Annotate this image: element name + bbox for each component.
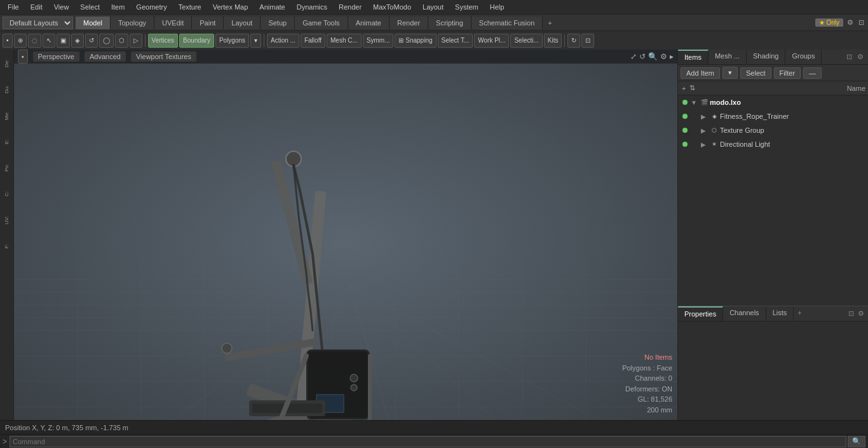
menu-geometry[interactable]: Geometry bbox=[131, 2, 172, 12]
menu-dynamics[interactable]: Dynamics bbox=[292, 2, 332, 12]
menu-render[interactable]: Render bbox=[334, 2, 367, 12]
tool-select-t[interactable]: Select T... bbox=[438, 34, 473, 48]
tool-polygons[interactable]: Polygons bbox=[215, 34, 249, 48]
tool-loop[interactable]: ↺ bbox=[85, 34, 98, 48]
item-row-fitness[interactable]: ▶ ◈ Fitness_Rope_Trainer bbox=[678, 109, 868, 123]
tool-world[interactable]: ⊕ bbox=[14, 34, 27, 48]
item-row-texture[interactable]: ▶ ⬡ Texture Group bbox=[678, 123, 868, 137]
tab-lists[interactable]: Lists bbox=[766, 306, 794, 321]
tool-vertices[interactable]: Vertices bbox=[148, 34, 179, 48]
item-vis-modo[interactable] bbox=[681, 98, 689, 107]
viewport[interactable]: • Perspective Advanced Viewport Textures… bbox=[14, 50, 677, 420]
filter-button[interactable]: Filter bbox=[774, 67, 801, 79]
tool-work-pl[interactable]: Work Pl... bbox=[474, 34, 509, 48]
left-tool-me[interactable]: Me: bbox=[0, 103, 13, 128]
viewport-tool-arrows[interactable]: ⤢ bbox=[630, 52, 637, 61]
item-row-light[interactable]: ▶ ☀ Directional Light bbox=[678, 137, 868, 151]
tool-action[interactable]: Action ... bbox=[267, 34, 299, 48]
select-button[interactable]: Select bbox=[740, 67, 771, 79]
tool-arrow-right[interactable]: ▷ bbox=[130, 34, 142, 48]
item-expand-modo[interactable]: ▼ bbox=[691, 99, 698, 106]
items-expand-icon[interactable]: ⊡ bbox=[844, 53, 854, 61]
item-vis-texture[interactable] bbox=[681, 126, 689, 135]
tool-circle[interactable]: ◯ bbox=[99, 34, 114, 48]
menu-edit[interactable]: Edit bbox=[25, 2, 48, 12]
menu-texture[interactable]: Texture bbox=[173, 2, 207, 12]
prop-expand-icon[interactable]: ⊡ bbox=[847, 309, 855, 318]
tab-gametools[interactable]: Game Tools bbox=[295, 17, 348, 29]
left-tool-c[interactable]: C: bbox=[0, 181, 13, 207]
viewport-tool-refresh[interactable]: ↺ bbox=[639, 52, 646, 61]
viewport-tool-search[interactable]: 🔍 bbox=[648, 52, 658, 61]
star-badge[interactable]: ★ Only bbox=[815, 18, 843, 27]
viewport-tab-textures[interactable]: Viewport Textures bbox=[131, 51, 196, 62]
menu-view[interactable]: View bbox=[49, 2, 74, 12]
menu-vertexmap[interactable]: Vertex Map bbox=[208, 2, 254, 12]
tool-camera-rotate[interactable]: ↻ bbox=[567, 34, 580, 48]
tool-paint-select[interactable]: ◈ bbox=[71, 34, 84, 48]
tab-channels[interactable]: Channels bbox=[723, 306, 766, 321]
layout-expand-icon[interactable]: ⊡ bbox=[857, 18, 865, 27]
viewport-bullet[interactable]: • bbox=[18, 50, 28, 64]
items-sort-icon[interactable]: ⇅ bbox=[688, 84, 696, 92]
tab-items[interactable]: Items bbox=[678, 50, 709, 64]
tab-layout[interactable]: Layout bbox=[224, 17, 261, 29]
tab-mesh[interactable]: Mesh ... bbox=[709, 50, 747, 64]
tool-poly-mode[interactable]: ▾ bbox=[250, 34, 261, 48]
item-vis-light[interactable] bbox=[681, 140, 689, 149]
tab-paint[interactable]: Paint bbox=[192, 17, 224, 29]
tool-mesh-c[interactable]: Mesh C... bbox=[327, 34, 362, 48]
tool-boundary[interactable]: Boundary bbox=[179, 34, 214, 48]
layout-dropdown[interactable]: Default Layouts bbox=[3, 17, 73, 29]
items-add-icon[interactable]: + bbox=[681, 85, 687, 92]
left-tool-du[interactable]: Du: bbox=[0, 77, 13, 102]
tool-selecti[interactable]: Selecti... bbox=[510, 34, 542, 48]
tab-topology[interactable]: Topology bbox=[111, 17, 154, 29]
layout-settings-icon[interactable]: ⚙ bbox=[846, 18, 855, 27]
tab-model[interactable]: Model bbox=[76, 17, 111, 29]
tab-schematic[interactable]: Schematic Fusion bbox=[471, 17, 543, 29]
command-search-button[interactable]: 🔍 bbox=[848, 436, 865, 447]
viewport-tab-perspective[interactable]: Perspective bbox=[33, 51, 79, 62]
tool-symm[interactable]: Symm... bbox=[363, 34, 394, 48]
add-item-dropdown[interactable]: ▾ bbox=[722, 67, 738, 79]
tool-hex[interactable]: ⬡ bbox=[115, 34, 128, 48]
command-input[interactable] bbox=[10, 436, 846, 447]
items-settings-icon[interactable]: ⚙ bbox=[855, 53, 865, 61]
tool-bullet[interactable]: • bbox=[3, 34, 13, 48]
tab-animate[interactable]: Animate bbox=[348, 17, 390, 29]
add-item-button[interactable]: Add Item bbox=[681, 67, 720, 79]
menu-select[interactable]: Select bbox=[75, 2, 105, 12]
menu-help[interactable]: Help bbox=[485, 2, 510, 12]
tab-add[interactable]: + bbox=[543, 17, 557, 29]
item-expand-light[interactable]: ▶ bbox=[701, 141, 709, 148]
viewport-tool-expand[interactable]: ▸ bbox=[670, 52, 674, 61]
item-expand-texture[interactable]: ▶ bbox=[701, 127, 709, 134]
left-tool-e[interactable]: E: bbox=[0, 129, 13, 154]
tool-select-arrow[interactable]: ↖ bbox=[43, 34, 55, 48]
prop-settings-icon[interactable]: ⚙ bbox=[857, 309, 865, 318]
viewport-tab-advanced[interactable]: Advanced bbox=[85, 51, 126, 62]
left-tool-de[interactable]: De: bbox=[0, 51, 13, 76]
tool-falloff[interactable]: Falloff bbox=[301, 34, 325, 48]
left-tool-po[interactable]: Po: bbox=[0, 155, 13, 180]
item-row-modo-lxo[interactable]: ▼ 🎬 modo.lxo bbox=[678, 95, 868, 109]
menu-layout[interactable]: Layout bbox=[417, 2, 449, 12]
left-tool-uv[interactable]: UV: bbox=[0, 207, 13, 233]
item-vis-fitness[interactable] bbox=[681, 112, 689, 121]
tab-properties[interactable]: Properties bbox=[678, 306, 723, 321]
tab-setup[interactable]: Setup bbox=[261, 17, 295, 29]
menu-file[interactable]: File bbox=[3, 2, 24, 12]
menu-system[interactable]: System bbox=[450, 2, 484, 12]
tool-box-select[interactable]: ▣ bbox=[57, 34, 70, 48]
menu-item[interactable]: Item bbox=[106, 2, 130, 12]
items-minus-button[interactable]: — bbox=[803, 67, 822, 79]
scene-viewport[interactable]: X Y Z bbox=[14, 64, 677, 420]
tab-uvedit[interactable]: UVEdit bbox=[154, 17, 192, 29]
tool-kits[interactable]: Kits bbox=[544, 34, 562, 48]
tool-lasso[interactable]: ◌ bbox=[28, 34, 41, 48]
tab-groups[interactable]: Groups bbox=[785, 50, 822, 64]
tab-scripting[interactable]: Scripting bbox=[428, 17, 471, 29]
tool-snapping[interactable]: ⊞ Snapping bbox=[395, 34, 436, 48]
menu-maxtomodo[interactable]: MaxToModo bbox=[368, 2, 416, 12]
